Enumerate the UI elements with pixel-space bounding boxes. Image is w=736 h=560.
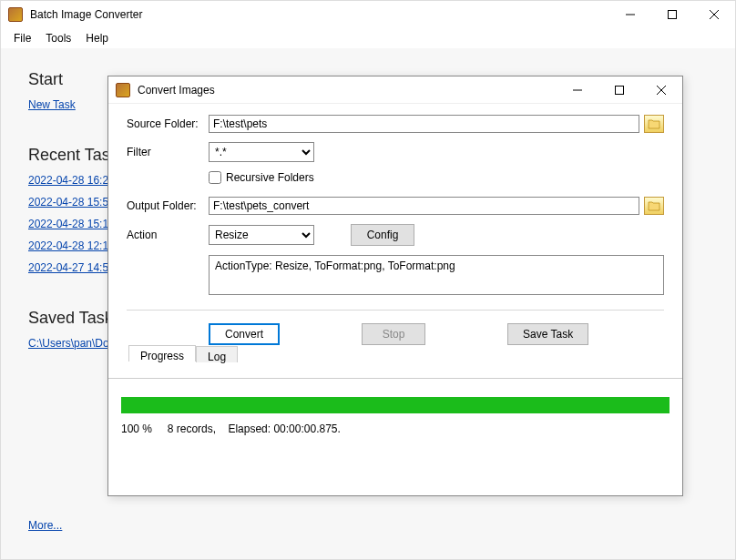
browse-source-button[interactable] xyxy=(644,115,664,133)
source-label: Source Folder: xyxy=(127,117,209,130)
dialog-maximize-button[interactable] xyxy=(598,76,640,104)
output-label: Output Folder: xyxy=(127,199,209,212)
dialog-title: Convert Images xyxy=(138,84,557,97)
recursive-label: Recursive Folders xyxy=(226,171,314,184)
recursive-checkbox[interactable] xyxy=(209,171,221,184)
config-button[interactable]: Config xyxy=(351,224,414,246)
more-link[interactable]: More... xyxy=(28,519,62,532)
dialog-close-button[interactable] xyxy=(640,76,682,104)
dialog-minimize-button[interactable] xyxy=(557,76,598,104)
browse-output-button[interactable] xyxy=(644,197,664,215)
save-task-button[interactable]: Save Task xyxy=(507,323,588,345)
source-folder-input[interactable] xyxy=(209,115,639,133)
app-icon xyxy=(8,7,23,22)
svg-rect-5 xyxy=(616,86,624,94)
app-title: Batch Image Converter xyxy=(30,8,609,21)
menubar: File Tools Help xyxy=(1,28,735,48)
filter-label: Filter xyxy=(127,146,209,158)
progress-panel: 100 % 8 records, Elapsed: 00:00:00.875. xyxy=(108,379,682,441)
close-button[interactable] xyxy=(693,1,735,28)
action-label: Action xyxy=(127,229,209,241)
tab-progress[interactable]: Progress xyxy=(128,345,196,361)
progress-status: 100 % 8 records, Elapsed: 00:00:00.875. xyxy=(121,423,670,435)
maximize-button[interactable] xyxy=(651,1,693,28)
dialog-titlebar: Convert Images xyxy=(108,76,682,104)
menu-tools[interactable]: Tools xyxy=(38,30,78,46)
separator xyxy=(127,310,664,311)
tab-log[interactable]: Log xyxy=(196,346,238,362)
dialog-icon xyxy=(116,83,130,97)
action-summary: ActionType: Resize, ToFormat:png, ToForm… xyxy=(209,255,664,295)
filter-combo[interactable]: *.* xyxy=(209,142,314,162)
output-folder-input[interactable] xyxy=(209,197,639,215)
action-combo[interactable]: Resize xyxy=(209,225,314,245)
minimize-button[interactable] xyxy=(609,1,651,28)
progress-bar xyxy=(121,397,670,413)
menu-file[interactable]: File xyxy=(6,30,38,46)
main-titlebar: Batch Image Converter xyxy=(1,1,735,28)
menu-help[interactable]: Help xyxy=(78,30,116,46)
convert-dialog: Convert Images Source Folder: Filter *.*… xyxy=(107,76,683,496)
folder-icon xyxy=(648,200,660,211)
convert-button[interactable]: Convert xyxy=(209,323,280,345)
stop-button[interactable]: Stop xyxy=(362,323,425,345)
svg-rect-1 xyxy=(669,11,677,19)
folder-icon xyxy=(648,118,660,129)
window-controls xyxy=(609,1,735,28)
